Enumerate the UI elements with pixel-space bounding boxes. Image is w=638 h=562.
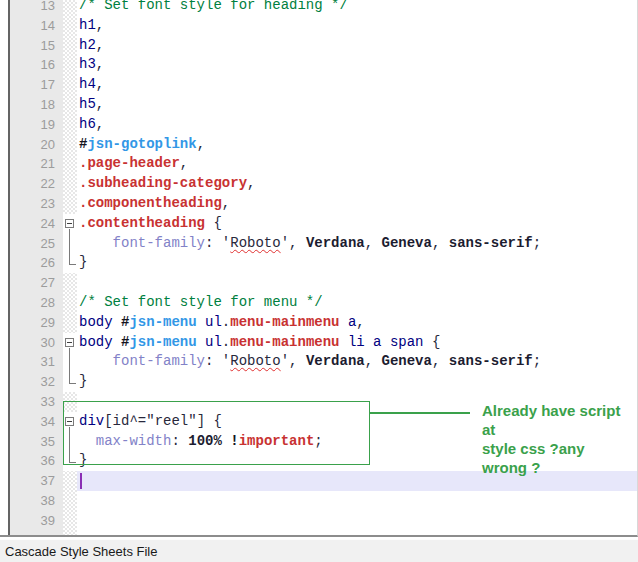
code-line-27[interactable]: 27 xyxy=(0,273,638,293)
code-text[interactable]: h3, xyxy=(77,55,638,75)
line-number[interactable]: 18 xyxy=(0,95,63,115)
code-line-25[interactable]: 25 font-family: 'Roboto', Verdana, Genev… xyxy=(0,234,638,254)
line-number[interactable]: 27 xyxy=(0,273,63,293)
code-text[interactable]: .subheading-category, xyxy=(77,174,638,194)
line-number[interactable]: 21 xyxy=(0,154,63,174)
fold-collapse-marker[interactable] xyxy=(63,214,77,234)
line-number[interactable]: 39 xyxy=(0,511,63,531)
code-line-15[interactable]: 15h2, xyxy=(0,36,638,56)
token-punct: } xyxy=(79,254,87,270)
code-text[interactable]: h6, xyxy=(77,115,638,135)
code-text[interactable]: } xyxy=(77,372,638,392)
code-text[interactable]: h4, xyxy=(77,75,638,95)
fold-collapse-marker[interactable] xyxy=(63,412,77,432)
code-text[interactable]: h2, xyxy=(77,36,638,56)
code-text[interactable]: body #jsn-menu ul.menu-mainmenu li a spa… xyxy=(77,333,638,353)
line-number[interactable]: 32 xyxy=(0,372,63,392)
code-editor[interactable]: 13/* Set font style for heading */14h1,1… xyxy=(0,0,638,537)
token-punct: , xyxy=(432,235,449,251)
code-line-19[interactable]: 19h6, xyxy=(0,115,638,135)
token-punct: , xyxy=(289,353,306,369)
line-number[interactable]: 13 xyxy=(0,0,63,16)
fold-minus-icon[interactable] xyxy=(65,219,74,228)
code-line-22[interactable]: 22.subheading-category, xyxy=(0,174,638,194)
code-line-13[interactable]: 13/* Set font style for heading */ xyxy=(0,0,638,16)
code-text[interactable]: h5, xyxy=(77,95,638,115)
token-punct: , xyxy=(96,37,104,53)
fold-margin-cell xyxy=(63,0,77,16)
line-number[interactable]: 22 xyxy=(0,174,63,194)
code-line-14[interactable]: 14h1, xyxy=(0,16,638,36)
line-number[interactable]: 24 xyxy=(0,214,63,234)
code-line-18[interactable]: 18h5, xyxy=(0,95,638,115)
code-line-37[interactable]: 37 xyxy=(0,471,638,491)
code-line-31[interactable]: 31 font-family: 'Roboto', Verdana, Genev… xyxy=(0,352,638,372)
code-text[interactable]: } xyxy=(77,253,638,273)
fold-minus-icon[interactable] xyxy=(65,417,74,426)
code-text[interactable]: h1, xyxy=(77,16,638,36)
fold-collapse-marker[interactable] xyxy=(63,333,77,353)
token-comment: /* Set font style for menu */ xyxy=(79,294,323,310)
code-text[interactable]: body #jsn-menu ul.menu-mainmenu a, xyxy=(77,313,638,333)
fold-guide-elbow xyxy=(69,383,76,384)
line-number[interactable]: 35 xyxy=(0,432,63,452)
line-number[interactable]: 16 xyxy=(0,55,63,75)
code-line-29[interactable]: 29body #jsn-menu ul.menu-mainmenu a, xyxy=(0,313,638,333)
code-text[interactable] xyxy=(77,511,638,531)
code-text[interactable]: .page-header, xyxy=(77,154,638,174)
line-number[interactable]: 38 xyxy=(0,491,63,511)
code-text[interactable]: /* Set font style for heading */ xyxy=(77,0,638,16)
code-line-34[interactable]: 34div[id^="reel"] { xyxy=(0,412,638,432)
line-number[interactable]: 30 xyxy=(0,333,63,353)
code-line-26[interactable]: 26} xyxy=(0,253,638,273)
line-number[interactable]: 34 xyxy=(0,412,63,432)
code-text[interactable] xyxy=(77,471,638,491)
fold-minus-icon[interactable] xyxy=(65,338,74,347)
code-text[interactable]: .componentheading, xyxy=(77,194,638,214)
code-line-30[interactable]: 30body #jsn-menu ul.menu-mainmenu li a s… xyxy=(0,333,638,353)
code-text[interactable] xyxy=(77,392,638,412)
line-number[interactable]: 20 xyxy=(0,135,63,155)
code-text[interactable]: font-family: 'Roboto', Verdana, Geneva, … xyxy=(77,352,638,372)
code-text[interactable]: .contentheading { xyxy=(77,214,638,234)
code-line-17[interactable]: 17h4, xyxy=(0,75,638,95)
code-text[interactable]: } xyxy=(77,451,638,471)
token-prop: font-family xyxy=(113,353,205,369)
code-line-16[interactable]: 16h3, xyxy=(0,55,638,75)
token-plain xyxy=(339,314,347,330)
code-text[interactable] xyxy=(77,273,638,293)
line-number[interactable]: 23 xyxy=(0,194,63,214)
line-number[interactable]: 19 xyxy=(0,115,63,135)
fold-margin-cell xyxy=(63,511,77,531)
line-number[interactable]: 33 xyxy=(0,392,63,412)
code-text[interactable] xyxy=(77,491,638,511)
code-line-20[interactable]: 20#jsn-gotoplink, xyxy=(0,135,638,155)
code-line-23[interactable]: 23.componentheading, xyxy=(0,194,638,214)
code-text[interactable]: font-family: 'Roboto', Verdana, Geneva, … xyxy=(77,234,638,254)
code-text[interactable]: #jsn-gotoplink, xyxy=(77,135,638,155)
code-line-39[interactable]: 39 xyxy=(0,511,638,531)
token-punct: : xyxy=(205,353,222,369)
code-text[interactable]: div[id^="reel"] { xyxy=(77,412,638,432)
code-line-24[interactable]: 24.contentheading { xyxy=(0,214,638,234)
code-line-33[interactable]: 33 xyxy=(0,392,638,412)
code-line-35[interactable]: 35 max-width: 100% !important; xyxy=(0,432,638,452)
line-number[interactable]: 31 xyxy=(0,352,63,372)
code-line-21[interactable]: 21.page-header, xyxy=(0,154,638,174)
code-line-36[interactable]: 36} xyxy=(0,451,638,471)
code-line-38[interactable]: 38 xyxy=(0,491,638,511)
code-line-32[interactable]: 32} xyxy=(0,372,638,392)
line-number[interactable]: 28 xyxy=(0,293,63,313)
code-text[interactable]: /* Set font style for menu */ xyxy=(77,293,638,313)
line-number[interactable]: 29 xyxy=(0,313,63,333)
code-text[interactable]: max-width: 100% !important; xyxy=(77,432,638,452)
line-number[interactable]: 17 xyxy=(0,75,63,95)
line-number[interactable]: 26 xyxy=(0,253,63,273)
line-number[interactable]: 25 xyxy=(0,234,63,254)
line-number[interactable]: 37 xyxy=(0,471,63,491)
line-number[interactable]: 15 xyxy=(0,36,63,56)
code-line-28[interactable]: 28/* Set font style for menu */ xyxy=(0,293,638,313)
token-element: h3 xyxy=(79,56,96,72)
line-number[interactable]: 14 xyxy=(0,16,63,36)
line-number[interactable]: 36 xyxy=(0,451,63,471)
